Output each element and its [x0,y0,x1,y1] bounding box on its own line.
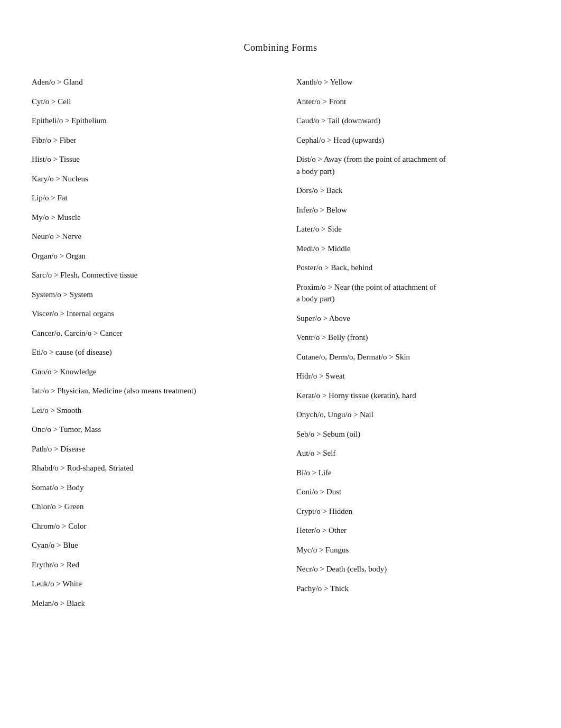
list-item: Lip/o > Fat [32,188,265,208]
term-label: Infer/o > Below [296,206,347,214]
list-item: Lei/o > Smooth [32,401,265,420]
term-label: Somat/o > Body [32,483,83,492]
list-item: Somat/o > Body [32,478,265,497]
list-item: Coni/o > Dust [296,482,529,502]
term-label: Viscer/o > Internal organs [32,309,114,318]
list-item: Pachy/o > Thick [296,579,529,598]
list-item: Caud/o > Tail (downward) [296,111,529,131]
list-item: Poster/o > Back, behind [296,258,529,278]
term-label: Heter/o > Other [296,526,347,535]
term-label: Crypt/o > Hidden [296,507,352,515]
list-item: Path/o > Disease [32,439,265,459]
term-label: Kerat/o > Horny tissue (keratin), hard [296,391,416,400]
term-label: Anter/o > Front [296,97,346,106]
list-item: Super/o > Above [296,309,529,328]
term-label: Path/o > Disease [32,445,85,453]
term-label: Onc/o > Tumor, Mass [32,425,101,434]
term-label: Fibr/o > Fiber [32,136,76,144]
term-label: Ventr/o > Belly (front) [296,333,368,342]
list-item: Cutane/o, Derm/o, Dermat/o > Skin [296,347,529,367]
list-item: Iatr/o > Physician, Medicine (also means… [32,381,265,401]
term-label: Coni/o > Dust [296,487,341,496]
list-item: Cephal/o > Head (upwards) [296,131,529,150]
term-label: Sarc/o > Flesh, Connective tissue [32,271,138,279]
list-item: Viscer/o > Internal organs [32,304,265,324]
list-item: Dors/o > Back [296,181,529,200]
list-item: Heter/o > Other [296,521,529,540]
term-label: Epitheli/o > Epithelium [32,116,107,125]
list-item: Necr/o > Death (cells, body) [296,559,529,579]
term-label: Medi/o > Middle [296,244,351,253]
page-title: Combining Forms [32,42,529,53]
list-item: Cyt/o > Cell [32,92,265,112]
term-label: Cyt/o > Cell [32,97,71,106]
list-item: Later/o > Side [296,219,529,239]
term-label: Erythr/o > Red [32,560,79,569]
list-item: Cyan/o > Blue [32,536,265,555]
term-label: Organ/o > Organ [32,252,86,260]
term-label: Cutane/o, Derm/o, Dermat/o > Skin [296,353,410,361]
term-label: Super/o > Above [296,314,350,322]
term-label: Neur/o > Nerve [32,232,81,241]
term-label: Necr/o > Death (cells, body) [296,565,387,573]
list-item: Dist/o > Away (from the point of attachm… [296,150,529,181]
list-item: Hist/o > Tissue [32,150,265,169]
list-item: Gno/o > Knowledge [32,362,265,382]
term-label: Myc/o > Fungus [296,546,349,554]
term-label: Hidr/o > Sweat [296,372,345,380]
term-label: Poster/o > Back, behind [296,263,372,272]
list-item: Ventr/o > Belly (front) [296,328,529,347]
list-item: Xanth/o > Yellow [296,72,529,92]
list-item: Kerat/o > Horny tissue (keratin), hard [296,386,529,406]
term-label: Onych/o, Ungu/o > Nail [296,410,373,419]
left-column: Aden/o > GlandCyt/o > CellEpitheli/o > E… [32,72,265,613]
term-label: Aut/o > Self [296,449,335,457]
term-label: System/o > System [32,290,93,299]
list-item: Aut/o > Self [296,444,529,463]
term-label: Kary/o > Nucleus [32,174,88,183]
term-label: Dors/o > Back [296,186,343,195]
term-label: Eti/o > cause (of disease) [32,348,112,356]
list-item: Crypt/o > Hidden [296,502,529,521]
term-label: Aden/o > Gland [32,78,83,86]
term-label: Lip/o > Fat [32,193,68,202]
term-label: Lei/o > Smooth [32,406,81,414]
list-item: Proxim/o > Near (the point of attachment… [296,278,529,309]
list-item: Sarc/o > Flesh, Connective tissue [32,265,265,285]
term-label: Seb/o > Sebum (oil) [296,430,360,438]
term-label: Chrom/o > Color [32,522,86,530]
term-label: Caud/o > Tail (downward) [296,116,380,125]
list-item: Erythr/o > Red [32,555,265,575]
term-label: Iatr/o > Physician, Medicine (also means… [32,386,196,395]
term-label: Proxim/o > Near (the point of attachment… [296,281,529,305]
list-item: Bi/o > Life [296,463,529,483]
list-item: Seb/o > Sebum (oil) [296,425,529,444]
term-label: Cephal/o > Head (upwards) [296,136,384,144]
list-item: Melan/o > Black [32,594,265,613]
term-label: Cancer/o, Carcin/o > Cancer [32,329,123,337]
list-item: Anter/o > Front [296,92,529,112]
list-item: Kary/o > Nucleus [32,169,265,189]
list-item: Infer/o > Below [296,200,529,220]
list-item: Rhabd/o > Rod-shaped, Striated [32,458,265,478]
list-item: System/o > System [32,285,265,305]
list-item: Chlor/o > Green [32,497,265,517]
list-item: Myc/o > Fungus [296,540,529,560]
list-item: Onych/o, Ungu/o > Nail [296,405,529,425]
term-label: Hist/o > Tissue [32,155,80,163]
right-column: Xanth/o > YellowAnter/o > FrontCaud/o > … [296,72,529,613]
list-item: Epitheli/o > Epithelium [32,111,265,131]
term-label: Chlor/o > Green [32,502,83,511]
list-item: Leuk/o > White [32,574,265,594]
term-label: Pachy/o > Thick [296,584,349,593]
term-label: Dist/o > Away (from the point of attachm… [296,153,529,177]
term-label: Xanth/o > Yellow [296,78,352,86]
term-label: Melan/o > Black [32,599,85,607]
list-item: Aden/o > Gland [32,72,265,92]
list-item: Eti/o > cause (of disease) [32,343,265,362]
term-label: Rhabd/o > Rod-shaped, Striated [32,464,134,472]
term-label: Bi/o > Life [296,468,332,477]
term-label: My/o > Muscle [32,213,81,222]
list-item: Organ/o > Organ [32,246,265,266]
list-item: Neur/o > Nerve [32,227,265,246]
